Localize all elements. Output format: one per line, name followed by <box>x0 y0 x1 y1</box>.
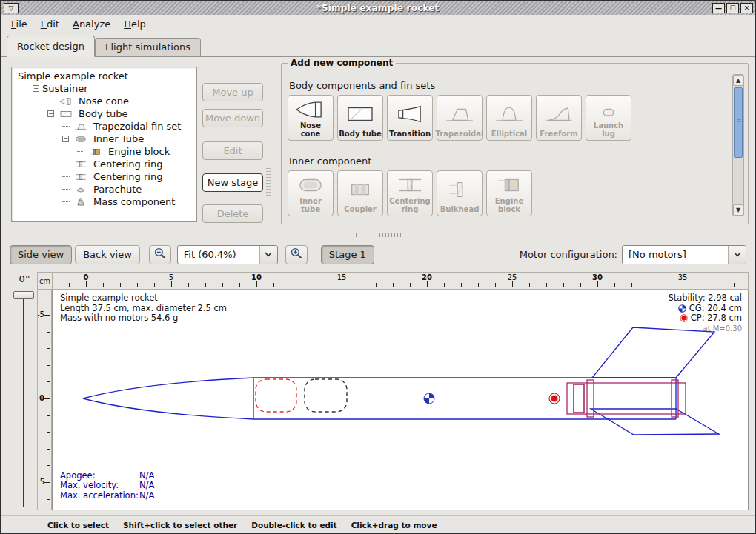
nose-cone-outline[interactable] <box>83 378 253 419</box>
add-coupler-button[interactable]: Coupler <box>337 170 383 216</box>
menu-bar: FileEditAnalyzeHelp <box>1 15 755 33</box>
move-down-button[interactable]: Move down <box>202 109 263 127</box>
engine-block-outline[interactable] <box>574 384 584 413</box>
menu-file[interactable]: File <box>4 16 34 32</box>
flight-data-row: Max. velocity:N/A <box>60 481 154 491</box>
vertical-splitter[interactable] <box>266 168 271 214</box>
delete-button[interactable]: Delete <box>202 204 263 223</box>
zoom-in-button[interactable] <box>285 245 308 264</box>
menu-help[interactable]: Help <box>117 16 153 32</box>
side-view-button[interactable]: Side view <box>10 245 72 264</box>
new-stage-button[interactable]: New stage <box>202 173 263 192</box>
expander-icon[interactable]: − <box>47 110 54 117</box>
centering-ring-icon <box>393 173 427 197</box>
back-view-button[interactable]: Back view <box>75 245 140 264</box>
chevron-down-icon[interactable] <box>259 246 277 264</box>
tree-item-centering-ring[interactable]: Centering ring <box>15 170 196 183</box>
menu-edit[interactable]: Edit <box>34 16 66 32</box>
add-launch-lug-button[interactable]: Launch lug <box>586 95 631 141</box>
tree-connector <box>62 189 70 190</box>
horizontal-splitter[interactable] <box>1 230 755 240</box>
inner-tube-icon <box>294 173 328 197</box>
maximize-button[interactable]: ☐ <box>726 3 739 13</box>
cg-marker[interactable] <box>424 393 434 404</box>
body-tube-icon <box>343 99 377 130</box>
add-centering-ring-button[interactable]: Centering ring <box>387 170 433 216</box>
tree-item-centering-ring[interactable]: Centering ring <box>15 158 196 170</box>
window-menu-icon[interactable]: ▽ <box>4 3 19 13</box>
scroll-up-icon[interactable]: ▲ <box>733 75 743 86</box>
rocket-canvas[interactable]: Simple example rocket Length 37.5 cm, ma… <box>52 290 749 510</box>
edit-button[interactable]: Edit <box>202 141 263 160</box>
inner-tube-outline[interactable] <box>567 383 686 414</box>
add-freeform-button[interactable]: Freeform <box>536 95 582 141</box>
mass-component-outline[interactable] <box>305 379 347 412</box>
parachute-icon <box>72 184 90 195</box>
centering-ring-1-outline[interactable] <box>587 380 594 417</box>
ruler-tick <box>359 283 359 287</box>
ruler-tick <box>529 283 530 287</box>
fin-bottom[interactable] <box>591 409 719 435</box>
minimize-button[interactable]: — <box>712 3 725 13</box>
add-elliptical-button[interactable]: Elliptical <box>486 95 532 141</box>
close-button[interactable]: ✕ <box>740 3 753 13</box>
component-scrollbar[interactable]: ▲ ▼ <box>732 74 744 216</box>
splitter-grip[interactable] <box>356 233 403 237</box>
rotation-slider-handle[interactable] <box>13 291 34 299</box>
add-bulkhead-button[interactable]: Bulkhead <box>437 170 483 216</box>
scrollbar-thumb[interactable] <box>734 87 743 158</box>
stage-1-toggle[interactable]: Stage 1 <box>321 245 374 264</box>
zoom-in-icon <box>290 247 303 262</box>
tree-item-simple-example-rocket[interactable]: Simple example rocket <box>15 70 196 82</box>
menu-analyze[interactable]: Analyze <box>66 16 117 32</box>
add-engine-block-button[interactable]: Engine block <box>486 170 532 216</box>
title-bar[interactable]: ▽ *Simple example rocket — ☐ ✕ <box>1 1 755 15</box>
chevron-down-icon[interactable] <box>728 246 746 264</box>
tree-item-trapezoidal-fin-set[interactable]: Trapezoidal fin set <box>15 120 196 133</box>
body-tube-icon <box>57 109 75 119</box>
bulkhead-icon <box>442 174 477 205</box>
tree-item-inner-tube[interactable]: −Inner Tube <box>15 133 196 145</box>
ruler-tick <box>563 283 564 287</box>
expander-icon[interactable]: − <box>33 85 39 92</box>
expander-icon[interactable]: − <box>62 136 69 142</box>
zoom-select[interactable]: Fit (60.4%) <box>177 245 278 264</box>
zoom-out-button[interactable] <box>149 245 171 264</box>
ruler-label: 30 <box>592 273 603 281</box>
move-up-button[interactable]: Move up <box>202 83 263 101</box>
fin-top[interactable] <box>592 327 714 378</box>
cp-marker[interactable] <box>549 393 560 404</box>
add-nose-cone-button[interactable]: Nose cone <box>288 95 334 141</box>
ruler-tick <box>666 283 666 287</box>
body-tube-outline[interactable] <box>253 378 676 419</box>
tree-item-label: Body tube <box>79 108 128 119</box>
cp-value: CP: 27.8 cm <box>691 313 742 324</box>
tab-flight-simulations[interactable]: Flight simulations <box>95 38 201 56</box>
scroll-down-icon[interactable]: ▼ <box>733 204 743 216</box>
tree-item-body-tube[interactable]: −Body tube <box>15 107 196 120</box>
add-trapezoidal-button[interactable]: Trapezoidal <box>437 95 483 141</box>
tree-connector <box>77 151 84 152</box>
parachute-outline[interactable] <box>256 379 296 412</box>
status-hint: Click to select <box>47 521 109 530</box>
ruler-label: 5 <box>40 478 44 486</box>
design-panel: Simple example rocket−SustainerNose cone… <box>1 57 755 230</box>
ruler-tick <box>478 283 479 287</box>
motor-configuration-select[interactable]: [No motors] <box>622 245 746 264</box>
add-body-tube-button[interactable]: Body tube <box>337 95 383 141</box>
stability-value: Stability: 2.98 cal <box>668 293 742 304</box>
tree-item-mass-component[interactable]: Mass component <box>15 196 196 208</box>
add-inner-tube-button[interactable]: Inner tube <box>288 170 334 216</box>
tree-item-engine-block[interactable]: Engine block <box>15 145 196 158</box>
centering-ring-2-outline[interactable] <box>672 380 678 417</box>
rocket-info-text: Simple example rocket Length 37.5 cm, ma… <box>60 293 227 324</box>
add-transition-button[interactable]: Transition <box>387 95 433 141</box>
tree-item-sustainer[interactable]: −Sustainer <box>15 82 196 95</box>
tree-item-parachute[interactable]: Parachute <box>15 183 196 196</box>
tree-item-nose-cone[interactable]: Nose cone <box>15 95 196 107</box>
component-button-label: Inner tube <box>289 197 332 213</box>
component-tree[interactable]: Simple example rocket−SustainerNose cone… <box>11 67 197 222</box>
tab-rocket-design[interactable]: Rocket design <box>7 36 95 57</box>
component-button-label: Body tube <box>339 130 382 138</box>
rotation-slider[interactable] <box>23 296 24 507</box>
